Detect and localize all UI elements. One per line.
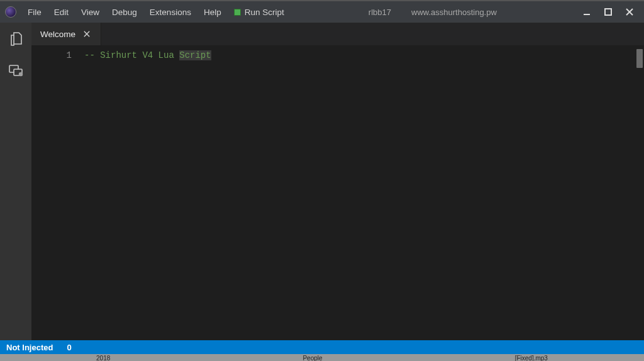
screens-icon [8,63,23,78]
titlebar[interactable]: File Edit View Debug Extensions Help Run… [0,1,644,23]
svg-point-4 [19,72,23,76]
screens-button[interactable] [7,62,25,79]
explorer-button[interactable] [7,30,25,48]
app-window: File Edit View Debug Extensions Help Run… [0,0,644,340]
desktop-label-a: 2018 [96,355,110,361]
maximize-icon [604,8,613,16]
close-icon [625,8,634,16]
menu-file[interactable]: File [23,5,47,19]
svg-rect-0 [584,14,590,15]
tab-welcome-label: Welcome [40,30,75,39]
activity-bar [0,23,31,340]
desktop-label-c: [Fixed].mp3 [515,355,548,361]
tab-bar: Welcome [31,23,644,45]
desktop-peek: 2018 People [Fixed].mp3 [0,354,644,361]
maximize-button[interactable] [597,4,619,20]
menu-run-script-label: Run Script [245,8,284,17]
minimize-icon [582,8,591,16]
code-area[interactable]: 1 -- Sirhurt V4 Lua Script [31,45,644,340]
gutter: 1 [31,45,84,340]
window-controls [576,4,640,20]
close-button[interactable] [619,4,640,20]
tab-welcome[interactable]: Welcome [31,23,101,45]
editor-area: Welcome 1 -- Sirhurt V4 Lua Script [31,23,644,340]
desktop-label-b: People [303,355,322,361]
tab-close-button[interactable] [82,29,92,39]
status-count[interactable]: 0 [67,343,71,352]
code-line-1-text: -- Sirhurt V4 Lua [84,50,179,60]
code-line-1-highlight: Script [179,50,211,60]
minimize-button[interactable] [576,4,597,20]
status-injection[interactable]: Not Injected [6,343,53,352]
menu-edit[interactable]: Edit [49,5,74,19]
scrollbar-thumb[interactable] [636,49,643,68]
menu-debug[interactable]: Debug [107,5,142,19]
svg-rect-1 [605,9,611,15]
title-center: rlbb17 www.asshurthosting.pw [289,8,576,17]
close-icon [84,31,90,37]
menu-extensions[interactable]: Extensions [145,5,196,19]
code-content[interactable]: -- Sirhurt V4 Lua Script [84,45,644,340]
title-host: www.asshurthosting.pw [411,8,497,17]
code-line-1: -- Sirhurt V4 Lua Script [84,49,644,62]
body-row: Welcome 1 -- Sirhurt V4 Lua Script [0,23,644,340]
menu-bar: File Edit View Debug Extensions Help Run… [23,5,289,19]
status-bar: Not Injected 0 [0,340,644,354]
files-icon [8,31,23,47]
run-icon [234,9,241,16]
menu-view[interactable]: View [76,5,104,19]
menu-help[interactable]: Help [199,5,226,19]
menu-run-script[interactable]: Run Script [229,5,289,19]
title-user: rlbb17 [369,8,391,17]
app-logo-icon [5,6,16,18]
line-number: 1 [31,49,72,62]
